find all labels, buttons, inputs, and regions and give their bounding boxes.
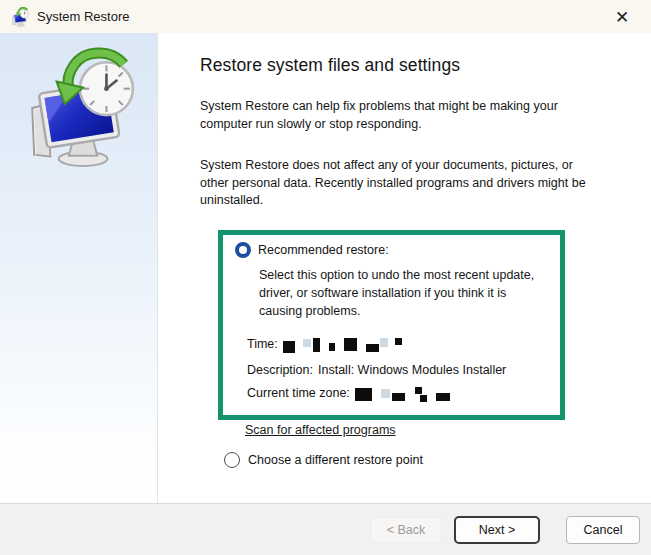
restore-description-row: Description: Install: Windows Modules In… xyxy=(247,363,550,377)
footer-bar: < Back Next > Cancel xyxy=(0,503,651,555)
back-button[interactable]: < Back xyxy=(370,517,442,543)
system-restore-illustration-icon xyxy=(18,47,140,169)
description-label: Description: xyxy=(247,363,313,377)
title-bar: System Restore ✕ xyxy=(0,0,651,33)
scan-affected-programs-link[interactable]: Scan for affected programs xyxy=(245,423,396,437)
cancel-button[interactable]: Cancel xyxy=(566,516,640,544)
description-value: Install: Windows Modules Installer xyxy=(318,363,506,377)
radio-selected-icon[interactable] xyxy=(235,242,251,258)
recommended-restore-label: Recommended restore: xyxy=(258,243,389,257)
main-content: Restore system files and settings System… xyxy=(158,33,651,503)
time-label: Time: xyxy=(247,337,278,351)
page-title: Restore system files and settings xyxy=(200,55,621,76)
close-icon[interactable]: ✕ xyxy=(607,3,637,31)
system-restore-app-icon xyxy=(10,7,30,27)
redacted-timezone-value xyxy=(355,386,450,403)
recommended-restore-highlight-box: Recommended restore: Select this option … xyxy=(218,230,565,420)
sidebar xyxy=(0,33,158,503)
next-button[interactable]: Next > xyxy=(454,516,540,544)
recommended-restore-description: Select this option to undo the most rece… xyxy=(259,267,550,320)
restore-time-row: Time: xyxy=(247,337,550,354)
recommended-restore-option[interactable]: Recommended restore: xyxy=(235,242,550,258)
window-title: System Restore xyxy=(37,9,129,24)
timezone-row: Current time zone: xyxy=(247,386,550,403)
radio-unselected-icon[interactable] xyxy=(224,452,240,468)
timezone-label: Current time zone: xyxy=(247,386,350,400)
choose-different-restore-label: Choose a different restore point xyxy=(248,453,423,467)
intro-paragraph: System Restore can help fix problems tha… xyxy=(200,98,592,133)
redacted-time-value xyxy=(283,337,402,354)
choose-different-restore-option[interactable]: Choose a different restore point xyxy=(224,452,423,468)
info-paragraph: System Restore does not affect any of yo… xyxy=(200,157,592,210)
